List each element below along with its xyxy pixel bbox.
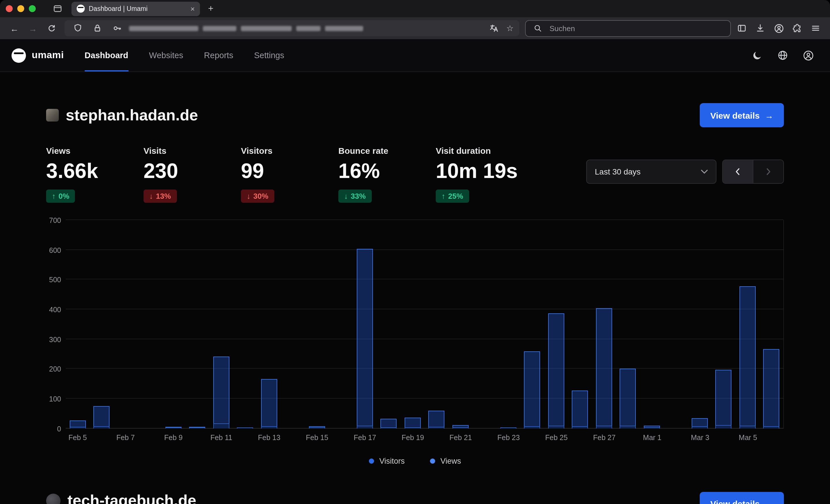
visitors-bar[interactable] (643, 427, 660, 429)
firefox-view-icon[interactable] (53, 4, 62, 13)
views-bar[interactable] (715, 370, 731, 429)
views-bar[interactable] (356, 249, 373, 429)
visitors-bar[interactable] (500, 427, 516, 429)
nav-item-websites[interactable]: Websites (149, 39, 183, 71)
bar-slot[interactable] (424, 220, 448, 429)
bar-slot[interactable] (329, 220, 353, 429)
bar-slot[interactable] (161, 220, 185, 429)
visitors-bar[interactable] (572, 426, 588, 429)
visitors-bar[interactable] (261, 426, 277, 429)
bar-slot[interactable] (66, 220, 90, 429)
menu-hamburger-icon[interactable] (808, 21, 823, 36)
visitors-bar[interactable] (763, 426, 779, 429)
shield-icon[interactable] (70, 21, 85, 36)
views-bar[interactable] (524, 351, 540, 429)
lock-icon[interactable] (90, 21, 105, 36)
views-bar[interactable] (763, 349, 779, 429)
new-tab-button[interactable]: + (208, 3, 214, 14)
visitors-bar[interactable] (548, 426, 564, 429)
bar-slot[interactable] (735, 220, 759, 429)
bar-slot[interactable] (640, 220, 664, 429)
visitors-bar[interactable] (428, 427, 444, 429)
next-view-details-button[interactable]: View details → (700, 492, 784, 504)
visitors-bar[interactable] (715, 425, 731, 429)
visitors-bar[interactable] (452, 427, 468, 429)
search-input[interactable] (548, 23, 725, 33)
bar-slot[interactable] (568, 220, 592, 429)
language-globe-icon[interactable] (777, 50, 788, 61)
bar-slot[interactable] (664, 220, 688, 429)
legend-item-views[interactable]: Views (430, 457, 461, 465)
profile-icon[interactable] (803, 50, 814, 61)
bar-slot[interactable] (209, 220, 233, 429)
visitors-bar[interactable] (739, 426, 755, 429)
browser-tab[interactable]: Dashboard | Umami × (71, 1, 200, 16)
bar-slot[interactable] (544, 220, 568, 429)
visitors-bar[interactable] (309, 427, 325, 429)
views-bar[interactable] (93, 406, 109, 429)
views-bar[interactable] (428, 411, 444, 429)
bar-slot[interactable] (592, 220, 616, 429)
close-window-button[interactable] (6, 5, 13, 12)
bar-slot[interactable] (137, 220, 161, 429)
views-bar[interactable] (596, 308, 612, 429)
bar-slot[interactable] (114, 220, 137, 429)
sidebar-panel-icon[interactable] (734, 21, 749, 36)
visitors-bar[interactable] (213, 423, 229, 429)
bar-slot[interactable] (496, 220, 520, 429)
views-bar[interactable] (739, 286, 755, 429)
nav-item-settings[interactable]: Settings (254, 39, 284, 71)
views-bar[interactable] (380, 419, 396, 429)
extensions-puzzle-icon[interactable] (790, 21, 805, 36)
bar-slot[interactable] (185, 220, 209, 429)
visitors-bar[interactable] (93, 426, 109, 429)
nav-item-reports[interactable]: Reports (204, 39, 233, 71)
bar-slot[interactable] (448, 220, 472, 429)
bar-slot[interactable] (233, 220, 257, 429)
key-icon[interactable] (109, 21, 125, 36)
minimize-window-button[interactable] (17, 5, 24, 12)
views-bar[interactable] (213, 357, 229, 429)
views-bar[interactable] (619, 369, 636, 429)
bar-slot[interactable] (759, 220, 783, 429)
visitors-bar[interactable] (380, 427, 396, 429)
brand[interactable]: umami (11, 39, 64, 71)
bar-slot[interactable] (257, 220, 281, 429)
legend-item-visitors[interactable]: Visitors (369, 457, 405, 465)
bar-slot[interactable] (711, 220, 735, 429)
views-bar[interactable] (261, 379, 277, 429)
visitors-bar[interactable] (404, 427, 420, 429)
visitors-bar[interactable] (69, 427, 86, 429)
reload-icon[interactable] (44, 21, 59, 36)
views-bar[interactable] (404, 417, 420, 429)
tab-close-icon[interactable]: × (191, 5, 195, 12)
visitors-bar[interactable] (356, 426, 373, 429)
bar-slot[interactable] (353, 220, 377, 429)
bar-slot[interactable] (472, 220, 496, 429)
nav-item-dashboard[interactable]: Dashboard (85, 39, 129, 71)
bookmark-star-icon[interactable]: ☆ (506, 24, 514, 33)
views-bar[interactable] (572, 391, 588, 429)
zoom-window-button[interactable] (29, 5, 36, 12)
views-bar[interactable] (548, 313, 564, 429)
bar-slot[interactable] (281, 220, 305, 429)
url-bar[interactable]: ☆ (65, 20, 519, 36)
prev-period-button[interactable] (723, 160, 753, 183)
bar-slot[interactable] (616, 220, 640, 429)
bar-slot[interactable] (377, 220, 401, 429)
visitors-bar[interactable] (237, 427, 253, 429)
account-icon[interactable] (771, 21, 786, 36)
search-bar[interactable] (525, 20, 731, 37)
bar-slot[interactable] (688, 220, 711, 429)
visitors-bar[interactable] (619, 426, 636, 429)
visitors-bar[interactable] (189, 427, 205, 429)
visitors-bar[interactable] (165, 427, 181, 429)
visitors-bar[interactable] (691, 426, 707, 429)
bar-slot[interactable] (90, 220, 114, 429)
view-details-button[interactable]: View details → (700, 103, 784, 127)
back-button[interactable]: ← (7, 21, 22, 36)
bar-slot[interactable] (305, 220, 329, 429)
bar-slot[interactable] (520, 220, 544, 429)
translate-icon[interactable] (487, 21, 502, 36)
downloads-icon[interactable] (753, 21, 768, 36)
